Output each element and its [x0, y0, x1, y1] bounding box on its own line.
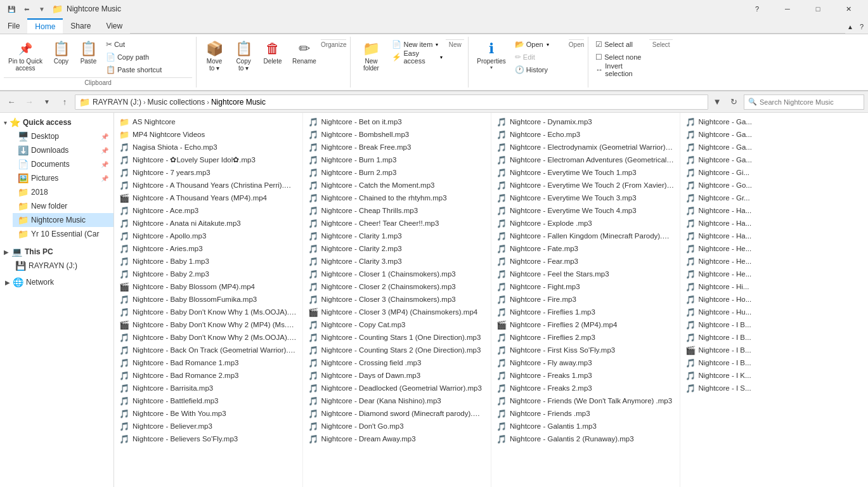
- sidebar-item-documents[interactable]: 📄 Documents 📌: [13, 157, 113, 171]
- forward-btn[interactable]: →: [22, 94, 37, 110]
- file-item[interactable]: 🎵Nightcore - Ha...: [680, 204, 869, 217]
- file-item[interactable]: 🎵Nightcore - Be With You.mp3: [114, 407, 302, 420]
- file-item[interactable]: 🎬Nightcore - Closer 3 (MP4) (Chainsmoker…: [303, 306, 491, 318]
- file-item[interactable]: 🎵Nightcore - Dear (Kana Nishino).mp3: [303, 394, 491, 407]
- file-item[interactable]: 🎵Nightcore - Catch the Moment.mp3: [303, 179, 491, 192]
- file-item[interactable]: 🎵Nightcore - Gi...: [680, 166, 869, 179]
- search-box[interactable]: 🔍: [744, 94, 864, 110]
- address-bar[interactable]: 📁 RAYRAYN (J:) › Music collections › Nig…: [75, 94, 708, 110]
- file-item[interactable]: 🎵Nightcore - Barrisita.mp3: [114, 382, 302, 394]
- new-folder-btn[interactable]: 📁 Newfolder: [354, 38, 387, 74]
- file-item[interactable]: 🎵Nightcore - 7 years.mp3: [114, 166, 302, 179]
- file-item[interactable]: 🎵Nightcore - Fate.mp3: [491, 242, 680, 255]
- file-item[interactable]: 🎵Nightcore - Echo.mp3: [491, 128, 680, 141]
- file-item[interactable]: 🎵Nightcore - Fireflies 2.mp3: [491, 331, 680, 344]
- file-item[interactable]: 🎵Nightcore - Ha...: [680, 217, 869, 230]
- tab-file[interactable]: File: [0, 18, 27, 34]
- file-item[interactable]: 🎵Nightcore - Everytime We Touch 4.mp3: [491, 204, 680, 217]
- file-item[interactable]: 🎵Nightcore - Everytime We Touch 2 (From …: [491, 179, 680, 192]
- pin-to-quick-access-btn[interactable]: 📌 Pin to Quickaccess: [4, 38, 47, 74]
- file-item[interactable]: 🎵Nightcore - Ga...: [680, 115, 869, 128]
- minimize-btn[interactable]: ─: [773, 0, 802, 18]
- sidebar-item-desktop[interactable]: 🖥️ Desktop 📌: [13, 129, 113, 143]
- file-item[interactable]: 🎵Nightcore - Closer 1 (Chainsmokers).mp3: [303, 268, 491, 280]
- file-item[interactable]: 🎬Nightcore - Baby Don't Know Why 2 (MP4)…: [114, 318, 302, 331]
- file-item[interactable]: 🎵Nightcore - Fear.mp3: [491, 255, 680, 268]
- file-item[interactable]: 🎵Nightcore - Believer.mp3: [114, 420, 302, 432]
- file-item[interactable]: 🎵Nightcore - Fight.mp3: [491, 280, 680, 293]
- qa-undo-btn[interactable]: ⬅: [20, 3, 33, 15]
- file-item[interactable]: 🎵Nightcore - Bad Romance 2.mp3: [114, 369, 302, 382]
- file-item[interactable]: 🎵Nightcore - Don't Go.mp3: [303, 420, 491, 432]
- open-btn[interactable]: 📂 Open ▾: [512, 38, 569, 51]
- file-item[interactable]: 🎵Nightcore - Baby BlossomFumika.mp3: [114, 293, 302, 306]
- file-item[interactable]: 🎵Nightcore - Fireflies 1.mp3: [491, 306, 680, 318]
- sidebar-item-rayrayn[interactable]: 💾 RAYRAYN (J:): [0, 259, 113, 273]
- file-item[interactable]: 🎵Nightcore - Clarity 1.mp3: [303, 230, 491, 242]
- sidebar-item-network[interactable]: ▶ 🌐 Network: [0, 275, 113, 289]
- file-item[interactable]: 🎬Nightcore - Baby Blossom (MP4).mp4: [114, 280, 302, 293]
- file-item[interactable]: 🎵Nightcore - Feel the Stars.mp3: [491, 268, 680, 280]
- file-item[interactable]: 🎵Nightcore - Baby Don't Know Why 2 (Ms.O…: [114, 331, 302, 344]
- file-item[interactable]: 🎵Nightcore - Copy Cat.mp3: [303, 318, 491, 331]
- address-dropdown-btn[interactable]: ▼: [711, 95, 723, 109]
- tab-view[interactable]: View: [98, 18, 130, 34]
- file-item[interactable]: 🎵Nightcore - Baby Don't Know Why 1 (Ms.O…: [114, 306, 302, 318]
- file-item[interactable]: 🎵Nightcore - Friends .mp3: [491, 407, 680, 420]
- file-item[interactable]: 🎵Nightcore - Ho...: [680, 293, 869, 306]
- file-item[interactable]: 🎵Nightcore - Fly away.mp3: [491, 356, 680, 369]
- recent-btn[interactable]: ▼: [39, 94, 55, 110]
- file-item[interactable]: 🎵Nightcore - I S...: [680, 382, 869, 394]
- file-item[interactable]: 🎵Nightcore - Clarity 2.mp3: [303, 242, 491, 255]
- sidebar-item-2018[interactable]: 📁 2018: [13, 185, 113, 199]
- file-item[interactable]: 🎬Nightcore - A Thousand Years (MP4).mp4: [114, 192, 302, 204]
- select-none-btn[interactable]: ☐ Select none: [592, 51, 649, 63]
- sidebar-item-downloads[interactable]: ⬇️ Downloads 📌: [13, 143, 113, 157]
- file-item[interactable]: 🎵Nightcore - Gr...: [680, 192, 869, 204]
- file-item[interactable]: 🎵Nightcore - Crossing field .mp3: [303, 356, 491, 369]
- file-item[interactable]: 🎵Nightcore - Break Free.mp3: [303, 141, 491, 153]
- copy-btn[interactable]: 📋 Copy: [48, 38, 74, 67]
- file-item[interactable]: 🎵Nightcore - Friends (We Don't Talk Anym…: [491, 394, 680, 407]
- easy-access-btn[interactable]: ⚡ Easy access ▾: [389, 51, 446, 63]
- search-input[interactable]: [760, 98, 860, 106]
- file-item[interactable]: 📁AS Nightcore: [114, 115, 302, 128]
- new-item-btn[interactable]: 📄 New item ▾: [389, 38, 446, 51]
- file-item[interactable]: 🎵Nightcore - Burn 1.mp3: [303, 153, 491, 166]
- file-item[interactable]: 🎵Nightcore - Apollo.mp3: [114, 230, 302, 242]
- file-item[interactable]: 🎵Nightcore - Baby 1.mp3: [114, 255, 302, 268]
- file-item[interactable]: 🎵Nightcore - Counting Stars 2 (One Direc…: [303, 344, 491, 356]
- file-item[interactable]: 🎵Nightcore - Chained to the rhtyhm.mp3: [303, 192, 491, 204]
- sidebar-item-yr10[interactable]: 📁 Yr 10 Essential (Car: [13, 227, 113, 241]
- file-item[interactable]: 🎬Nightcore - Fireflies 2 (MP4).mp4: [491, 318, 680, 331]
- edit-btn[interactable]: ✏ Edit: [512, 51, 569, 63]
- copy-to-btn[interactable]: 📋 Copyto ▾: [230, 38, 257, 74]
- ribbon-collapse-btn[interactable]: ▲: [845, 18, 855, 36]
- help-btn[interactable]: ?: [742, 0, 772, 18]
- file-item[interactable]: 🎵Nightcore - A Thousand Years (Christina…: [114, 179, 302, 192]
- file-item[interactable]: 🎵Nightcore - I B...: [680, 318, 869, 331]
- cut-btn[interactable]: ✂ Cut: [103, 38, 165, 51]
- file-item[interactable]: 🎵Nightcore - Everytime We Touch 1.mp3: [491, 166, 680, 179]
- file-item[interactable]: 🎵Nightcore - Ga...: [680, 128, 869, 141]
- sidebar-item-new-folder[interactable]: 📁 New folder: [13, 199, 113, 213]
- back-btn[interactable]: ←: [4, 94, 19, 110]
- close-btn[interactable]: ✕: [834, 0, 863, 18]
- qa-dropdown-btn[interactable]: ▼: [36, 3, 48, 15]
- file-item[interactable]: 🎵Nightcore - Baby 2.mp3: [114, 268, 302, 280]
- sidebar-item-pictures[interactable]: 🖼️ Pictures 📌: [13, 171, 113, 185]
- file-item[interactable]: 🎵Nightcore - He...: [680, 255, 869, 268]
- file-item[interactable]: 🎵Nightcore - Ace.mp3: [114, 204, 302, 217]
- paste-btn[interactable]: 📋 Paste: [75, 38, 101, 67]
- up-btn[interactable]: ↑: [57, 94, 72, 110]
- tab-home[interactable]: Home: [27, 18, 63, 34]
- qa-save-btn[interactable]: 💾: [5, 3, 18, 15]
- file-item[interactable]: 🎵Nightcore - Diamond sword (Minecraft pa…: [303, 407, 491, 420]
- file-item[interactable]: 🎵Nightcore - Battlefield.mp3: [114, 394, 302, 407]
- history-btn[interactable]: 🕐 History: [512, 63, 569, 76]
- file-item[interactable]: 🎵Nightcore - Hu...: [680, 306, 869, 318]
- file-item[interactable]: 🎵Nightcore - Freaks 2.mp3: [491, 382, 680, 394]
- file-item[interactable]: 🎵Nightcore - Believers So'Fly.mp3: [114, 432, 302, 445]
- quick-access-toggle[interactable]: ▾ ⭐ Quick access: [0, 115, 113, 129]
- file-item[interactable]: 🎵Nightcore - Galantis 2 (Runaway).mp3: [491, 432, 680, 445]
